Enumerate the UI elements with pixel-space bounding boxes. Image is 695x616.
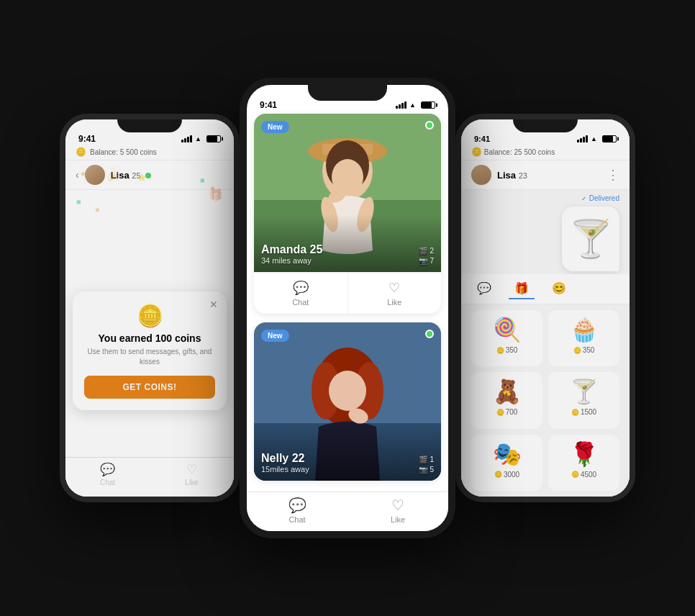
like-button-amanda[interactable]: ♡ Like — [348, 273, 442, 314]
delivered-label: ✓ Delivered — [461, 190, 630, 204]
modal-close-button[interactable]: ✕ — [209, 299, 218, 310]
signal-icon — [181, 135, 192, 142]
chat-tab-label-center: Chat — [289, 515, 305, 524]
gift-item-mask[interactable]: 🎭 🪙 3000 — [471, 435, 542, 491]
cocktail-bubble: 🍸 — [562, 207, 619, 271]
right-balance: Balance: 25 500 coins — [484, 148, 555, 156]
gift-item-rose[interactable]: 🌹 🪙 4500 — [548, 435, 619, 491]
coin-icon: 🪙 — [76, 147, 86, 157]
confetti-item: ◼ — [200, 177, 205, 184]
card-amanda: New 🎬 2 📷 7 Amanda 25 34 miles away — [254, 114, 441, 314]
card-actions-amanda: 💬 Chat ♡ Like — [254, 272, 441, 314]
gift-item-cupcake[interactable]: 🧁 🪙 350 — [548, 310, 619, 366]
tab-like[interactable]: ♡ Like — [150, 462, 234, 486]
center-phone-content: 9:41 ▲ — [247, 85, 448, 531]
left-notch — [117, 119, 182, 132]
like-icon: ♡ — [389, 280, 400, 296]
like-tab-label: Like — [185, 479, 198, 486]
phone-left: 9:41 ▲ 🪙 Balance: 5 500 coins — [60, 114, 240, 502]
new-badge-amanda: New — [261, 121, 289, 133]
wifi-icon: ▲ — [409, 101, 416, 109]
gift-tab-message[interactable]: 💬 — [471, 278, 497, 299]
gift-price: 🪙 3000 — [494, 471, 519, 479]
modal-subtitle: Use them to send messages, gifts, and ki… — [84, 347, 215, 367]
new-badge-nelly: New — [261, 330, 289, 342]
nelly-image: New 🎬 1 📷 5 Nelly 22 15miles away — [254, 322, 441, 481]
gift-price: 🪙 350 — [496, 346, 518, 354]
chat-tab-icon: 💬 — [289, 497, 306, 514]
gift-emoji: 🧸 — [493, 378, 522, 405]
amanda-name: Amanda 25 — [261, 243, 322, 256]
coins-modal: ✕ 🪙 You earned 100 coins Use them to sen… — [73, 291, 227, 410]
svg-point-6 — [332, 159, 363, 195]
left-status-icons: ▲ — [181, 135, 221, 142]
photo-count-amanda: 🎬 2 📷 7 — [419, 247, 434, 265]
phone-right: 9:41 ▲ 🪙 Balance: 25 500 coins — [455, 114, 635, 502]
gift-price: 🪙 4500 — [571, 471, 596, 479]
phone-center: 9:41 ▲ — [240, 78, 455, 538]
svg-point-15 — [329, 371, 366, 411]
check-icon: ✓ — [581, 195, 587, 202]
left-tab-bar: 💬 Chat ♡ Like — [65, 457, 234, 497]
person-info-amanda: Amanda 25 34 miles away — [261, 243, 322, 265]
left-balance-bar: 🪙 Balance: 5 500 coins — [65, 144, 234, 160]
chat-tab-icon: 💬 — [100, 462, 115, 477]
right-chat-name: Lisa 23 — [497, 170, 527, 181]
photo-count-nelly: 🎬 1 📷 5 — [419, 456, 434, 474]
nelly-distance: 15miles away — [261, 465, 309, 474]
chat-button-amanda[interactable]: 💬 Chat — [254, 273, 348, 314]
left-time: 9:41 — [78, 134, 96, 144]
left-balance: Balance: 5 500 coins — [90, 148, 157, 156]
tab-chat-center[interactable]: 💬 Chat — [247, 497, 348, 524]
coin-icon: 🪙 — [471, 147, 482, 157]
signal-icon — [577, 135, 588, 142]
like-tab-label-center: Like — [391, 515, 405, 524]
tab-like-center[interactable]: ♡ Like — [348, 497, 448, 524]
person-info-nelly: Nelly 22 15miles away — [261, 452, 309, 474]
gift-price: 🪙 1500 — [571, 408, 596, 416]
cocktail-gift: 🍸 — [461, 204, 630, 274]
confetti-item: ◼ — [76, 199, 81, 205]
online-dot-nelly — [425, 330, 434, 338]
nelly-name: Nelly 22 — [261, 452, 309, 465]
deco-star: ★ — [94, 206, 101, 214]
gift-price: 🪙 700 — [496, 408, 518, 416]
right-status-icons: ▲ — [577, 135, 617, 142]
gift-tab-kiss[interactable]: 😊 — [546, 278, 572, 299]
gift-item-bear[interactable]: 🧸 🪙 700 — [471, 372, 542, 428]
menu-button[interactable]: ⋮ — [607, 167, 619, 183]
online-dot-amanda — [425, 121, 434, 130]
center-time: 9:41 — [260, 100, 277, 110]
card-nelly: New 🎬 1 📷 5 Nelly 22 15miles away — [254, 322, 441, 481]
gift-item-cocktail[interactable]: 🍸 🪙 1500 — [548, 372, 619, 428]
gift-emoji: 🎭 — [493, 440, 522, 468]
amanda-distance: 34 miles away — [261, 256, 322, 265]
right-phone-content: 9:41 ▲ 🪙 Balance: 25 500 coins — [461, 119, 630, 497]
modal-title: You earned 100 coins — [84, 332, 215, 344]
right-notch — [513, 119, 578, 132]
left-phone-content: 9:41 ▲ 🪙 Balance: 5 500 coins — [65, 119, 234, 497]
tab-chat[interactable]: 💬 Chat — [65, 462, 150, 486]
gift-grid: 🍭 🪙 350 🧁 🪙 350 🧸 — [461, 304, 630, 497]
like-label-amanda: Like — [387, 298, 401, 307]
like-tab-icon: ♡ — [391, 497, 404, 514]
deco-star: ⭐ — [137, 173, 146, 181]
chat-tab-label: Chat — [100, 479, 115, 486]
deco-banana: 🍌 — [105, 166, 121, 182]
center-status-icons: ▲ — [396, 101, 435, 109]
gift-emoji: 🍸 — [570, 378, 599, 405]
gift-item-lollipop[interactable]: 🍭 🪙 350 — [471, 310, 542, 366]
coins-icon: 🪙 — [84, 303, 215, 328]
gift-tab-gift[interactable]: 🎁 — [509, 278, 535, 299]
chat-label-amanda: Chat — [292, 298, 309, 307]
battery-icon — [421, 101, 435, 109]
gift-tabs: 💬 🎁 😊 — [461, 274, 630, 304]
get-coins-button[interactable]: GET COINS! — [84, 376, 215, 399]
gift-price: 🪙 350 — [573, 346, 595, 354]
amanda-image: New 🎬 2 📷 7 Amanda 25 34 miles away — [254, 114, 441, 272]
gift-emoji: 🍭 — [493, 316, 522, 343]
right-time: 9:41 — [474, 135, 490, 143]
gift-emoji: 🧁 — [570, 316, 599, 343]
right-chat-header: Lisa 23 ⋮ — [461, 160, 630, 190]
center-notch — [308, 85, 387, 101]
